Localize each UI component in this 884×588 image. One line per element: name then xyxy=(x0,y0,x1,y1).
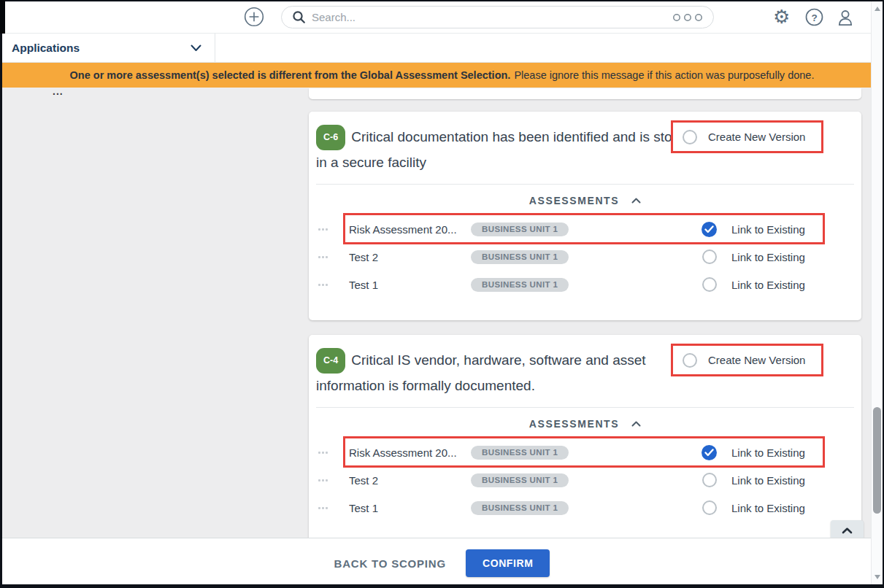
search-input[interactable] xyxy=(312,11,672,23)
control-card-c6: C-6Critical documentation has been ident… xyxy=(309,112,861,320)
create-new-version-radio[interactable] xyxy=(683,130,697,144)
window-border xyxy=(0,0,884,1)
link-to-existing-radio[interactable] xyxy=(702,277,717,292)
search-bar[interactable] xyxy=(281,6,714,28)
assessment-name: Risk Assessment 20... xyxy=(349,223,471,236)
link-to-existing-radio[interactable] xyxy=(702,249,717,264)
link-to-existing-label: Link to Existing xyxy=(731,251,820,263)
link-to-existing-label: Link to Existing xyxy=(731,223,820,236)
action-footer: BACK TO SCOPING CONFIRM xyxy=(0,538,884,588)
control-code-badge: C-6 xyxy=(316,125,345,150)
assessment-row: Test 2 BUSINESS UNIT 1 Link to Existing xyxy=(309,243,861,271)
create-new-version-radio[interactable] xyxy=(683,353,697,368)
link-to-existing-radio[interactable] xyxy=(702,473,717,487)
scrollbar-thumb[interactable] xyxy=(873,407,881,514)
applications-dropdown[interactable]: Applications xyxy=(0,34,215,62)
link-to-existing-label: Link to Existing xyxy=(731,502,820,514)
warning-banner-bold-text: One or more assessment(s) selected is di… xyxy=(70,69,511,81)
previous-card-partial xyxy=(309,88,861,99)
warning-banner: One or more assessment(s) selected is di… xyxy=(0,63,884,88)
business-unit-badge: BUSINESS UNIT 1 xyxy=(471,250,569,264)
assessment-name: Test 1 xyxy=(349,502,471,514)
vertical-scrollbar[interactable] xyxy=(871,1,883,584)
scroll-up-arrow-icon[interactable] xyxy=(875,7,880,11)
assessments-header-label: ASSESSMENTS xyxy=(529,418,619,430)
business-unit-badge: BUSINESS UNIT 1 xyxy=(471,278,569,292)
user-account-icon[interactable] xyxy=(836,8,855,30)
top-bar: ⚙ ? xyxy=(0,0,884,34)
create-new-version-label: Create New Version xyxy=(708,131,805,143)
assessment-name: Risk Assessment 20... xyxy=(349,446,471,459)
scroll-down-arrow-icon[interactable] xyxy=(875,575,880,579)
assessments-header-label: ASSESSMENTS xyxy=(529,195,619,206)
chevron-up-icon xyxy=(631,198,641,204)
control-title: Critical documentation has been identifi… xyxy=(316,129,692,170)
link-to-existing-radio-checked[interactable] xyxy=(702,445,717,460)
settings-gear-icon[interactable]: ⚙ xyxy=(773,7,790,26)
window-border xyxy=(0,584,884,588)
assessment-row: Risk Assessment 20... BUSINESS UNIT 1 Li… xyxy=(309,438,861,466)
app-window: ⚙ ? Applications One or more asses xyxy=(0,0,884,588)
link-to-existing-label: Link to Existing xyxy=(731,279,820,291)
control-card-c4: C-4Critical IS vendor, hardware, softwar… xyxy=(309,335,861,543)
drag-handle-icon[interactable] xyxy=(318,284,349,286)
chevron-up-icon xyxy=(631,421,641,427)
warning-banner-regular-text: Please ignore this message if this actio… xyxy=(514,69,814,81)
business-unit-badge: BUSINESS UNIT 1 xyxy=(471,473,569,487)
assessment-name: Test 1 xyxy=(349,279,471,291)
controls-list: C-6Critical documentation has been ident… xyxy=(309,88,861,558)
main-content: ... C-6Critical documentation has been i… xyxy=(0,88,884,538)
link-to-existing-radio[interactable] xyxy=(702,500,717,515)
more-options-icon[interactable] xyxy=(672,13,704,22)
assessment-row: Risk Assessment 20... BUSINESS UNIT 1 Li… xyxy=(309,215,861,243)
assessments-section-toggle[interactable]: ASSESSMENTS xyxy=(309,185,861,215)
drag-handle-icon[interactable] xyxy=(318,256,349,258)
assessment-row: Test 1 BUSINESS UNIT 1 Link to Existing xyxy=(309,271,861,298)
business-unit-badge: BUSINESS UNIT 1 xyxy=(471,446,569,460)
control-code-badge: C-4 xyxy=(316,348,345,374)
link-to-existing-radio-checked[interactable] xyxy=(702,222,717,237)
assessment-name: Test 2 xyxy=(349,251,471,263)
chevron-up-icon xyxy=(842,527,853,534)
help-icon[interactable]: ? xyxy=(805,8,823,29)
link-to-existing-label: Link to Existing xyxy=(731,474,820,487)
back-to-scoping-button[interactable]: BACK TO SCOPING xyxy=(334,557,446,570)
drag-handle-icon[interactable] xyxy=(318,228,349,231)
control-title: Critical IS vendor, hardware, software a… xyxy=(316,352,646,393)
window-corner xyxy=(0,0,5,34)
drag-handle-icon[interactable] xyxy=(318,452,349,454)
search-icon xyxy=(292,10,306,24)
create-new-version-label: Create New Version xyxy=(708,354,805,366)
assessment-name: Test 2 xyxy=(349,474,471,487)
applications-label: Applications xyxy=(12,42,80,55)
business-unit-badge: BUSINESS UNIT 1 xyxy=(471,501,569,515)
assessment-row: Test 2 BUSINESS UNIT 1 Link to Existing xyxy=(309,466,861,494)
create-new-version-option-highlighted: Create New Version xyxy=(671,120,823,153)
link-to-existing-label: Link to Existing xyxy=(731,446,820,459)
drag-handle-icon[interactable] xyxy=(318,507,349,509)
add-icon[interactable] xyxy=(244,7,264,30)
assessment-row: Test 1 BUSINESS UNIT 1 Link to Existing xyxy=(309,494,861,522)
nav-row: Applications xyxy=(0,34,884,63)
confirm-button[interactable]: CONFIRM xyxy=(466,549,550,577)
chevron-down-icon xyxy=(191,45,201,52)
svg-text:?: ? xyxy=(811,12,817,23)
create-new-version-option-highlighted: Create New Version xyxy=(671,344,823,376)
drag-handle-icon[interactable] xyxy=(318,479,349,481)
business-unit-badge: BUSINESS UNIT 1 xyxy=(471,223,569,236)
assessments-section-toggle[interactable]: ASSESSMENTS xyxy=(309,408,861,438)
window-border xyxy=(0,0,2,588)
